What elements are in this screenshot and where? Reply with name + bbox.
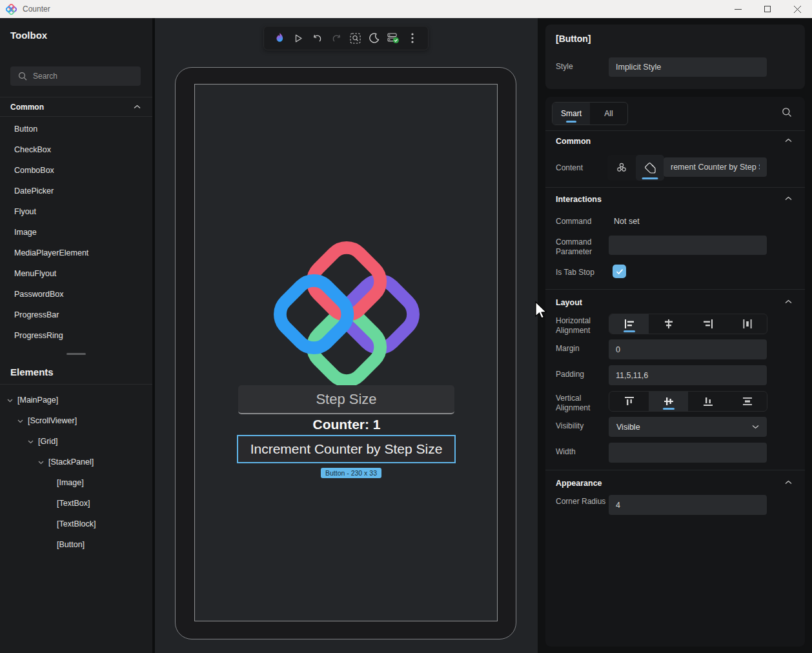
corner-radius-label: Corner Radius xyxy=(556,497,607,507)
tag-icon xyxy=(644,162,656,174)
toolbox-section-common[interactable]: Common xyxy=(0,97,152,117)
is-tab-stop-checkbox[interactable] xyxy=(613,265,626,278)
increment-button-selected[interactable]: Increment Counter by Step Size xyxy=(237,435,456,463)
align-center-vertical-icon xyxy=(664,396,674,407)
valign-center-button[interactable] xyxy=(649,392,688,411)
chevron-down-icon[interactable] xyxy=(17,417,24,425)
halign-right-button[interactable] xyxy=(688,314,727,334)
tree-node-grid[interactable]: [Grid] xyxy=(0,431,152,452)
tree-node-image[interactable]: [Image] xyxy=(0,472,152,493)
toolbox-search-input[interactable]: Search xyxy=(10,66,141,86)
app-preview-screen[interactable]: Step Size Counter: 1 Increment Counter b… xyxy=(194,84,498,621)
maximize-button[interactable] xyxy=(753,0,782,18)
padding-input[interactable] xyxy=(609,365,767,385)
toolbox-item-checkbox[interactable]: CheckBox xyxy=(0,139,152,160)
redo-icon[interactable] xyxy=(329,30,344,46)
toolbox-item-combobox[interactable]: ComboBox xyxy=(0,160,152,181)
more-options-icon[interactable] xyxy=(405,30,420,46)
undo-icon[interactable] xyxy=(310,30,325,46)
visibility-select[interactable]: Visible xyxy=(609,417,767,437)
collapse-interactions-icon[interactable] xyxy=(785,196,792,201)
margin-input[interactable] xyxy=(609,339,767,359)
toolbox-item-button[interactable]: Button xyxy=(0,119,152,139)
section-common-title: Common xyxy=(556,137,591,146)
align-right-icon xyxy=(702,319,714,329)
divider xyxy=(0,384,152,385)
valign-top-button[interactable] xyxy=(609,392,649,411)
properties-card: Smart All Common Content xyxy=(545,97,805,647)
toolbox-item-datepicker[interactable]: DatePicker xyxy=(0,181,152,201)
tree-node-mainpage[interactable]: [MainPage] xyxy=(0,390,152,410)
align-top-icon xyxy=(624,396,634,407)
style-input[interactable] xyxy=(609,57,767,77)
content-binding-mode-button[interactable] xyxy=(607,155,636,181)
style-label: Style xyxy=(556,62,607,72)
selected-element-title: [Button] xyxy=(545,25,805,44)
step-size-placeholder: Step Size xyxy=(316,391,376,408)
toolbox-item-list: Button CheckBox ComboBox DatePicker Flyo… xyxy=(0,119,152,346)
app-logo-image[interactable] xyxy=(274,241,420,387)
toolbox-item-progressbar[interactable]: ProgressBar xyxy=(0,305,152,325)
corner-radius-input[interactable] xyxy=(609,495,767,515)
content-literal-mode-button[interactable] xyxy=(636,155,664,181)
collapse-common-icon[interactable] xyxy=(785,138,792,143)
tab-smart[interactable]: Smart xyxy=(553,103,590,125)
section-interactions-title: Interactions xyxy=(556,195,602,204)
search-icon xyxy=(18,72,27,81)
counter-textblock[interactable]: Counter: 1 xyxy=(195,417,498,432)
command-parameter-input[interactable] xyxy=(609,236,767,255)
tree-node-button[interactable]: [Button] xyxy=(0,534,152,555)
padding-label: Padding xyxy=(556,370,607,379)
tree-node-textbox[interactable]: [TextBox] xyxy=(0,493,152,514)
chevron-down-icon xyxy=(752,425,759,429)
collapse-appearance-icon[interactable] xyxy=(785,480,792,485)
design-canvas[interactable]: Step Size Counter: 1 Increment Counter b… xyxy=(155,18,538,653)
tree-node-scrollviewer[interactable]: [ScrollViewer] xyxy=(0,410,152,431)
halign-left-button[interactable] xyxy=(609,314,649,334)
content-input[interactable] xyxy=(664,157,767,177)
tree-node-textblock[interactable]: [TextBlock] xyxy=(0,514,152,534)
collapse-layout-icon[interactable] xyxy=(785,299,792,304)
toolbox-title: Toolbox xyxy=(0,18,152,41)
section-layout-title: Layout xyxy=(556,298,582,307)
left-panel: Toolbox Search Common Button CheckBox Co… xyxy=(0,18,152,653)
status-connected-icon[interactable] xyxy=(386,30,401,46)
minimize-button[interactable] xyxy=(723,0,753,18)
width-input[interactable] xyxy=(609,443,767,463)
toolbox-item-flyout[interactable]: Flyout xyxy=(0,201,152,222)
halign-stretch-button[interactable] xyxy=(727,314,767,334)
selection-size-badge: Button - 230 x 33 xyxy=(321,468,381,478)
toolbox-item-mediaplayerelement[interactable]: MediaPlayerElement xyxy=(0,243,152,263)
toolbox-item-passwordbox[interactable]: PasswordBox xyxy=(0,284,152,305)
width-label: Width xyxy=(556,447,607,457)
binding-icon xyxy=(616,162,627,174)
tab-all[interactable]: All xyxy=(590,103,627,125)
property-search-icon[interactable] xyxy=(782,107,792,117)
chevron-up-icon xyxy=(134,105,141,109)
valign-stretch-button[interactable] xyxy=(727,392,767,411)
command-value[interactable]: Not set xyxy=(614,217,640,226)
tree-node-stackpanel[interactable]: [StackPanel] xyxy=(0,452,152,472)
vertical-alignment-group xyxy=(609,391,767,412)
valign-bottom-button[interactable] xyxy=(688,392,727,411)
margin-label: Margin xyxy=(556,344,607,354)
window-titlebar: Counter xyxy=(0,0,812,18)
play-icon[interactable] xyxy=(290,30,306,46)
toolbox-item-progressring[interactable]: ProgressRing xyxy=(0,325,152,346)
chevron-down-icon[interactable] xyxy=(6,397,14,404)
halign-center-button[interactable] xyxy=(649,314,688,334)
visibility-label: Visibility xyxy=(556,421,607,431)
vertical-alignment-label: Vertical Alignment xyxy=(556,394,607,413)
is-tab-stop-label: Is Tab Stop xyxy=(556,268,607,277)
theme-moon-icon[interactable] xyxy=(367,30,382,46)
hot-design-flame-icon[interactable] xyxy=(272,30,287,46)
panel-splitter-handle[interactable] xyxy=(0,348,152,359)
toolbox-item-image[interactable]: Image xyxy=(0,222,152,243)
zoom-to-selection-icon[interactable] xyxy=(348,30,363,46)
close-button[interactable] xyxy=(782,0,812,18)
toolbox-item-menuflyout[interactable]: MenuFlyout xyxy=(0,263,152,284)
divider xyxy=(545,187,805,188)
step-size-textbox[interactable]: Step Size xyxy=(238,385,454,414)
chevron-down-icon[interactable] xyxy=(27,438,34,445)
chevron-down-icon[interactable] xyxy=(37,459,45,466)
